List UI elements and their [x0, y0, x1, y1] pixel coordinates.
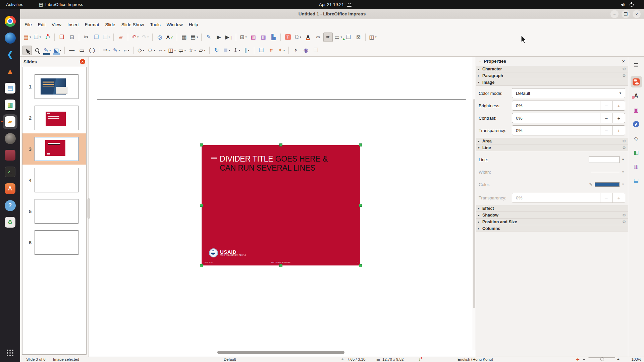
open-button[interactable]: ❏▾ — [33, 33, 42, 42]
shadow-button[interactable]: ❏ — [257, 46, 266, 55]
fill-color-dropdown-arrow-icon[interactable]: ▾ — [60, 49, 61, 52]
impress-icon[interactable]: ▰ — [3, 114, 17, 129]
distribute-selection-dropdown-arrow-icon[interactable]: ▾ — [248, 49, 249, 52]
zoom-out-button[interactable]: − — [583, 357, 585, 361]
image-filter-dropdown-arrow-icon[interactable]: ▾ — [283, 49, 285, 52]
decrease-button[interactable]: − — [600, 113, 612, 123]
find-and-replace-button[interactable]: ◎ — [155, 33, 164, 42]
zoom-slider-thumb[interactable] — [600, 357, 604, 361]
special-character-button[interactable]: Ω▾ — [293, 33, 303, 42]
thumbnail-preview[interactable] — [35, 137, 78, 161]
line-more-options-icon[interactable]: ⚙ — [622, 145, 626, 150]
save-button[interactable]: ↓▾ — [43, 33, 52, 42]
crop-image-button[interactable]: ⌗ — [267, 46, 276, 55]
insert-image-button[interactable]: ▨ — [249, 33, 258, 42]
menu-view[interactable]: View — [49, 21, 64, 28]
cut-button[interactable]: ✂ — [82, 33, 91, 42]
special-character-dropdown-arrow-icon[interactable]: ▾ — [300, 36, 301, 39]
image-filter-button[interactable]: ✦▾ — [277, 46, 286, 55]
paragraph-more-options-icon[interactable]: ⚙ — [622, 73, 626, 78]
new-presentation-dropdown-arrow-icon[interactable]: ▾ — [30, 36, 31, 39]
clock-menu[interactable]: Apr 21 19:21 — [319, 2, 351, 7]
curves-and-polygons-button[interactable]: ✎▾ — [112, 46, 121, 55]
edit-canvas[interactable]: DIVIDER TITLE GOES HERE & CAN RUN SEVERA… — [89, 57, 476, 357]
menu-edit[interactable]: Edit — [35, 21, 49, 28]
brightness-spinner[interactable]: 0% − + — [512, 101, 625, 111]
power-icon[interactable] — [630, 3, 634, 7]
basic-shapes-dropdown-arrow-icon[interactable]: ▾ — [143, 49, 144, 52]
slide-thumbnail-6[interactable]: 6 — [22, 227, 86, 258]
selection-handle-n[interactable] — [279, 143, 282, 146]
arrange-button[interactable]: ↥▾ — [232, 46, 241, 55]
increase-button[interactable]: + — [612, 126, 625, 135]
area-more-options-icon[interactable]: ⚙ — [622, 139, 626, 143]
properties-deck-tab[interactable] — [631, 76, 642, 87]
insert-table-dropdown-arrow-icon[interactable]: ▾ — [245, 36, 247, 39]
shadow-more-options-icon[interactable]: ⚙ — [622, 213, 626, 218]
display-views-button[interactable]: ⬒▾ — [190, 33, 199, 42]
slide-thumbnail-1[interactable]: 1 — [22, 71, 86, 102]
menu-window[interactable]: Window — [164, 21, 186, 28]
selection-handle-e[interactable] — [359, 204, 362, 207]
save-dropdown-arrow-icon[interactable]: ▾ — [49, 36, 50, 39]
vertical-scrollbar-thumb[interactable] — [473, 99, 475, 308]
writer-icon[interactable]: ▤ — [3, 81, 17, 96]
zoom-and-pan-button[interactable] — [33, 46, 42, 55]
menu-slide-show[interactable]: Slide Show — [118, 21, 147, 28]
print-button[interactable]: ⊟ — [67, 33, 76, 42]
vlc-icon[interactable]: ▲ — [3, 64, 17, 79]
help-icon[interactable]: ? — [3, 198, 17, 213]
display-views-dropdown-arrow-icon[interactable]: ▾ — [197, 36, 198, 39]
export-pdf-button[interactable]: ❒ — [57, 33, 66, 42]
align-objects-dropdown-arrow-icon[interactable]: ▾ — [229, 49, 230, 52]
distribute-selection-button[interactable]: ∥▾ — [242, 46, 252, 55]
line-color-button[interactable]: ✎▾ — [43, 46, 52, 55]
thumbnail-preview[interactable] — [35, 168, 78, 192]
copy-button[interactable]: ❐ — [92, 33, 101, 42]
ellipse-button[interactable]: ◯ — [87, 46, 97, 55]
shapes-deck-tab[interactable]: ◇ — [631, 132, 642, 144]
new-slide-button[interactable]: ▭▾ — [333, 33, 343, 42]
clone-formatting-button[interactable]: ▰ — [116, 33, 125, 42]
fontwork-button[interactable]: A — [303, 33, 313, 42]
firefox-icon[interactable] — [3, 31, 17, 45]
section-area-header[interactable]: ▸ Area ⚙ — [476, 138, 628, 144]
start-from-current-slide-button[interactable]: ▶ — [224, 33, 233, 42]
master-slide-status[interactable]: Default — [224, 357, 236, 361]
terminal-icon[interactable]: >_ — [3, 165, 17, 179]
slide-page[interactable]: DIVIDER TITLE GOES HERE & CAN RUN SEVERA… — [97, 99, 466, 308]
minimize-button[interactable]: − — [610, 10, 619, 18]
flowchart-shapes-button[interactable]: ◫▾ — [167, 46, 177, 55]
section-columns-header[interactable]: ▸ Columns — [476, 225, 628, 232]
gimp-icon[interactable] — [3, 131, 17, 146]
curves-and-polygons-dropdown-arrow-icon[interactable]: ▾ — [118, 49, 120, 52]
fit-slide-icon[interactable]: ✛ — [576, 357, 580, 362]
fill-color-button[interactable]: ⬕▾ — [53, 46, 62, 55]
master-slides-deck-tab[interactable]: ⬓ — [631, 175, 642, 186]
chevron-down-icon[interactable]: ▼ — [622, 158, 625, 161]
selection-handle-se[interactable] — [359, 264, 362, 267]
start-from-first-slide-button[interactable]: ▶ — [214, 33, 223, 42]
insert-audio-video-button[interactable]: ▥ — [259, 33, 268, 42]
language-status[interactable]: English (Hong Kong) — [439, 357, 511, 361]
menu-format[interactable]: Format — [82, 21, 102, 28]
display-grid-button[interactable]: ▦ — [179, 33, 189, 42]
redo-dropdown-arrow-icon[interactable]: ▾ — [147, 36, 149, 39]
duplicate-slide-button[interactable]: ❏ — [343, 33, 353, 42]
callout-shapes-dropdown-arrow-icon[interactable]: ▾ — [184, 49, 186, 52]
insert-table-button[interactable]: ⊞▾ — [238, 33, 248, 42]
slide-transition-deck-tab[interactable]: ◧ — [631, 146, 642, 158]
system-status-area[interactable]: ◀)) — [621, 3, 634, 7]
section-position-size-header[interactable]: ▸ Position and Size ⚙ — [476, 219, 628, 225]
character-more-options-icon[interactable]: ⚙ — [622, 67, 626, 71]
selection-handle-nw[interactable] — [200, 143, 203, 146]
thumbnail-preview[interactable] — [35, 230, 78, 255]
color-mode-select[interactable]: Default ▼ — [512, 88, 625, 98]
slide-image[interactable]: DIVIDER TITLE GOES HERE & CAN RUN SEVERA… — [202, 145, 360, 265]
slide-thumbnail-5[interactable]: 5 — [22, 196, 86, 227]
increase-button[interactable]: + — [612, 113, 625, 123]
zoom-percent-status[interactable]: 103% — [632, 357, 641, 361]
rotate-button[interactable]: ↻ — [212, 46, 221, 55]
open-dropdown-arrow-icon[interactable]: ▾ — [40, 36, 41, 39]
window-titlebar[interactable]: Untitled 1 - LibreOffice Impress − ❐ × — [20, 9, 644, 19]
